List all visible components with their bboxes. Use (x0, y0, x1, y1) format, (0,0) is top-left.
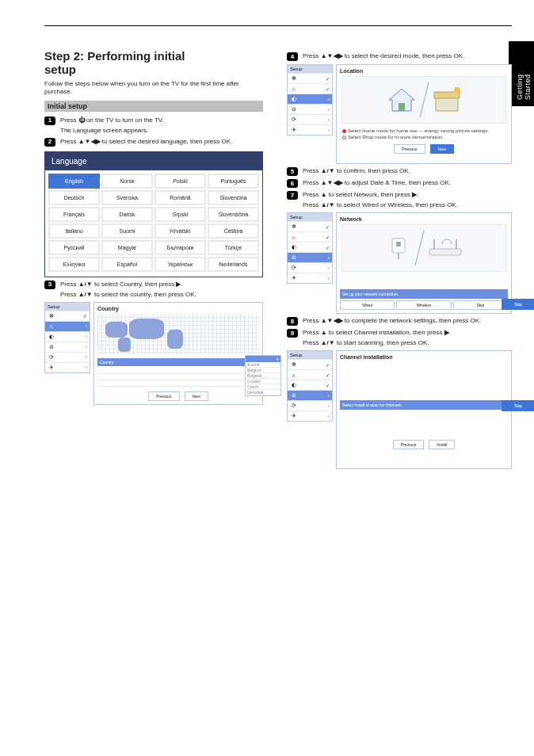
sidebar-item-icon: ⟳ (290, 116, 297, 123)
language-option[interactable]: Slovenčina (208, 190, 259, 205)
previous-button[interactable]: Previous (148, 391, 179, 401)
svg-point-4 (454, 87, 460, 94)
step-9: 9 Press ▲ to select Channel installation… (287, 329, 512, 338)
skip-button[interactable]: Skip (453, 300, 508, 310)
setup-sidebar: Setup ✻✓⌂✓◐✓⊘›⟳›✈› (287, 212, 333, 284)
setup-sidebar: Setup ✻✓⌂✓◐›⊘›⟳›✈› (287, 64, 333, 136)
sidebar-item[interactable]: ✈› (45, 362, 90, 372)
next-button[interactable]: Next (430, 144, 454, 154)
home-icon (386, 86, 418, 114)
sidebar-item[interactable]: ⌂› (45, 321, 90, 331)
sidebar-item-icon: ◐ (290, 96, 297, 102)
language-option[interactable]: Italiano (48, 223, 100, 239)
language-option[interactable]: Srpski (154, 207, 206, 222)
sidebar-item[interactable]: ⌂✓ (288, 369, 332, 380)
setup-sidebar: Setup ✻✓⌂✓◐✓⊘›⟳›✈› (287, 350, 333, 422)
language-panel-title: Language (45, 152, 262, 170)
sidebar-item[interactable]: ✻✓ (288, 73, 332, 83)
check-icon: ✓ (326, 372, 330, 378)
sidebar-item-icon: ⊘ (290, 106, 297, 113)
dropdown-option[interactable]: Belgium (246, 368, 280, 373)
dropdown-option[interactable]: Austria (246, 362, 280, 368)
chevron-right-icon: › (328, 414, 330, 419)
language-option[interactable]: Українськ (154, 257, 206, 272)
sidebar-item[interactable]: ⟳› (288, 400, 332, 410)
sidebar-item-icon: ◐ (290, 382, 297, 388)
sidebar-item[interactable]: ⊘› (288, 390, 332, 400)
sidebar-item[interactable]: ⊘› (288, 104, 332, 114)
sidebar-item-icon: ✈ (48, 365, 55, 371)
skip-ext-button[interactable]: Skip (502, 299, 534, 310)
sidebar-item[interactable]: ✻✓ (288, 359, 332, 369)
setup-mainpane-country: Country Country▾ Previous Next ▾ Austria… (93, 302, 263, 405)
step-4: 4 Press ▲▼◀▶ to select the desired mode,… (287, 52, 512, 61)
sidebar-item[interactable]: ⊘› (45, 342, 90, 352)
sidebar-item[interactable]: ◐› (45, 331, 90, 342)
sidebar-item[interactable]: ⌂✓ (288, 83, 332, 94)
language-option[interactable]: Español (101, 257, 153, 272)
chevron-right-icon: › (328, 97, 330, 102)
svg-rect-2 (436, 97, 458, 111)
sidebar-item[interactable]: ✈› (288, 410, 332, 421)
language-option[interactable]: Svenska (101, 190, 153, 205)
sidebar-item[interactable]: ⊘› (288, 252, 332, 262)
dropdown-option[interactable]: Croatia (246, 379, 280, 384)
chevron-right-icon: › (86, 344, 87, 349)
wired-button[interactable]: Wired (340, 300, 395, 310)
chevron-right-icon: › (328, 393, 330, 399)
language-option[interactable]: Magyar (101, 240, 153, 255)
sidebar-item[interactable]: ⌂✓ (288, 231, 332, 242)
sidebar-item[interactable]: ◐› (288, 94, 332, 104)
step-badge: 5 (287, 167, 298, 176)
country-dropdown[interactable]: ▾ AustriaBelgiumBulgariaCroatiaCzechDenm… (245, 355, 281, 396)
language-option[interactable]: Български (154, 240, 206, 255)
dropdown-option[interactable]: Bulgaria (246, 373, 280, 379)
sidebar-item-icon: ◐ (48, 334, 55, 340)
dropdown-option[interactable]: Denmark (246, 390, 280, 395)
language-option[interactable]: Română (154, 190, 206, 205)
sidebar-item[interactable]: ⟳› (288, 262, 332, 273)
sidebar-item[interactable]: ✈› (288, 273, 332, 283)
sidebar-item-icon: ⌂ (48, 323, 55, 329)
sidebar-item-icon: ◐ (290, 244, 297, 250)
language-option[interactable]: Ελληνικα (48, 257, 100, 272)
language-option[interactable]: English (48, 174, 100, 189)
step-2: 2 Press ▲▼◀▶ to select the desired langu… (44, 138, 263, 147)
install-button[interactable]: Install (429, 440, 455, 449)
sidebar-item[interactable]: ◐✓ (288, 242, 332, 252)
language-option[interactable]: Dansk (101, 207, 153, 222)
setup-screenshot-location: Setup ✻✓⌂✓◐›⊘›⟳›✈› Location Select Home … (287, 64, 512, 164)
sidebar-item[interactable]: ✻✓ (45, 311, 90, 321)
sidebar-item[interactable]: ⟳› (45, 352, 90, 362)
sidebar-item[interactable]: ✈› (288, 124, 332, 135)
language-option[interactable]: Deutsch (48, 190, 100, 205)
language-option[interactable]: Русский (48, 240, 100, 255)
language-option[interactable]: Türkçe (208, 240, 259, 255)
language-option[interactable]: Nederlands (208, 257, 259, 272)
language-option[interactable]: Čeština (208, 223, 259, 239)
chevron-right-icon: › (328, 107, 330, 113)
sidebar-item-icon: ⟳ (48, 354, 55, 361)
dropdown-option[interactable]: Czech (246, 384, 280, 390)
chevron-right-icon: › (86, 365, 87, 370)
skip-ext-button[interactable]: Skip (502, 400, 534, 411)
language-option[interactable]: Suomi (101, 223, 153, 239)
language-option[interactable]: Slovenščina (208, 207, 259, 222)
language-option[interactable]: Português (208, 174, 259, 189)
language-option[interactable]: Hrvatski (154, 223, 206, 239)
language-option[interactable]: Polski (154, 174, 206, 189)
sidebar-item[interactable]: ⟳› (288, 114, 332, 124)
next-button[interactable]: Next (185, 391, 208, 401)
sidebar-item-icon: ✻ (290, 361, 297, 368)
check-icon: ✓ (83, 313, 87, 319)
wireless-button[interactable]: Wireless (396, 300, 451, 310)
sidebar-item[interactable]: ✻✓ (288, 221, 332, 231)
sidebar-item[interactable]: ◐✓ (288, 380, 332, 390)
language-option[interactable]: Norsk (101, 174, 153, 189)
svg-rect-6 (396, 242, 401, 246)
previous-button[interactable]: Previous (393, 440, 424, 449)
previous-button[interactable]: Previous (394, 144, 425, 154)
step-3: 3 Press ▲/▼ to select Country, then pres… (44, 281, 263, 289)
svg-rect-1 (399, 103, 405, 111)
language-option[interactable]: Français (48, 207, 100, 222)
